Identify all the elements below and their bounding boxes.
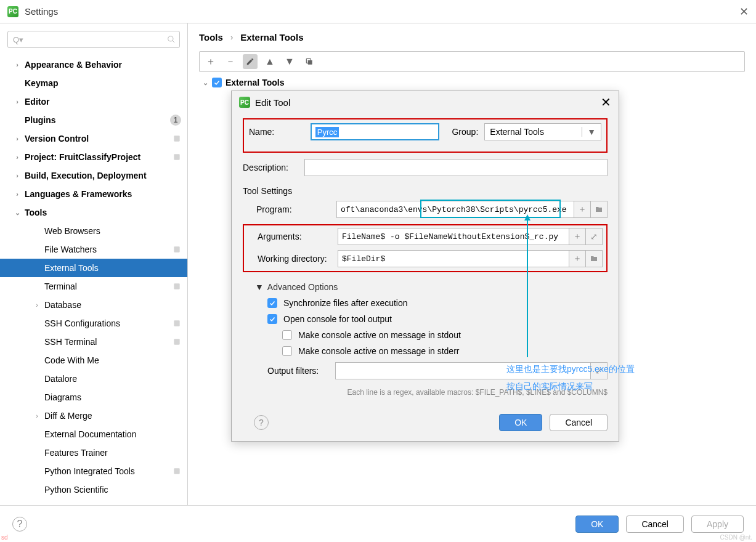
up-button[interactable]: ▲ bbox=[262, 54, 277, 69]
titlebar: PC Settings ✕ bbox=[0, 0, 756, 23]
sidebar-item-label: Diagrams bbox=[44, 392, 81, 402]
browse-folder-button[interactable] bbox=[585, 250, 603, 267]
copy-button[interactable] bbox=[302, 54, 317, 69]
dialog-ok-button[interactable]: OK bbox=[499, 414, 542, 431]
program-field[interactable] bbox=[336, 201, 574, 218]
sync-checkbox[interactable] bbox=[267, 298, 277, 308]
add-button[interactable]: ＋ bbox=[203, 54, 218, 69]
sidebar-item-version-control[interactable]: ›Version Control bbox=[0, 129, 187, 148]
sidebar-item-appearance-behavior[interactable]: ›Appearance & Behavior bbox=[0, 55, 187, 74]
sidebar-item-keymap[interactable]: Keymap bbox=[0, 74, 187, 92]
name-value: Pyrcc bbox=[315, 127, 339, 137]
sidebar-item-project-fruitclassifyproject[interactable]: ›Project: FruitClassifyProject bbox=[0, 148, 187, 166]
sidebar-item-build-execution-deployment[interactable]: ›Build, Execution, Deployment bbox=[0, 166, 187, 185]
sidebar-item-python-scientific[interactable]: Python Scientific bbox=[0, 480, 187, 499]
sidebar-item-features-trainer[interactable]: Features Trainer bbox=[0, 443, 187, 462]
chevron-icon: › bbox=[14, 153, 21, 161]
svg-rect-9 bbox=[308, 60, 312, 65]
sidebar-item-label: Python Integrated Tools bbox=[44, 466, 135, 476]
arguments-field[interactable] bbox=[338, 228, 569, 245]
breadcrumb-sep: › bbox=[230, 33, 233, 42]
sidebar-item-external-tools[interactable]: External Tools bbox=[0, 259, 187, 277]
group-label: Group: bbox=[452, 127, 478, 137]
chevron-icon: › bbox=[14, 61, 21, 68]
svg-rect-4 bbox=[174, 246, 179, 252]
svg-point-0 bbox=[168, 36, 173, 41]
svg-rect-3 bbox=[174, 154, 179, 160]
sidebar-item-tools[interactable]: ⌄Tools bbox=[0, 203, 187, 222]
sidebar-item-label: Tools bbox=[25, 208, 47, 217]
chevron-icon: › bbox=[33, 412, 41, 419]
sidebar-item-database[interactable]: ›Database bbox=[0, 296, 187, 314]
dialog-close-icon[interactable]: ✕ bbox=[601, 95, 611, 110]
insert-macro-button[interactable]: ＋ bbox=[569, 250, 586, 267]
window-title: Settings bbox=[25, 6, 58, 17]
chevron-icon: › bbox=[14, 135, 21, 142]
working-dir-field[interactable] bbox=[338, 250, 569, 267]
close-icon[interactable]: ✕ bbox=[739, 5, 749, 18]
advanced-options-toggle[interactable]: ▼ Advanced Options bbox=[243, 278, 608, 298]
sidebar-item-datalore[interactable]: Datalore bbox=[0, 370, 187, 388]
group-select[interactable]: External Tools ▼ bbox=[484, 123, 601, 140]
chevron-down-icon: ▼ bbox=[255, 282, 264, 292]
group-checkbox[interactable] bbox=[212, 78, 222, 87]
sidebar-item-label: Diff & Merge bbox=[44, 411, 92, 421]
browse-folder-button[interactable] bbox=[590, 201, 608, 218]
breadcrumb: Tools › External Tools bbox=[199, 32, 745, 42]
help-button[interactable]: ? bbox=[254, 415, 269, 430]
svg-rect-2 bbox=[174, 136, 179, 141]
expand-button[interactable]: ⤢ bbox=[585, 228, 603, 245]
scope-icon bbox=[173, 134, 181, 143]
down-button[interactable]: ▼ bbox=[282, 54, 297, 69]
search-input[interactable]: Q▾ bbox=[7, 31, 180, 48]
insert-macro-button[interactable]: ＋ bbox=[574, 201, 591, 218]
sidebar-item-web-browsers[interactable]: Web Browsers bbox=[0, 222, 187, 240]
tool-settings-heading: Tool Settings bbox=[243, 184, 608, 201]
external-tools-group[interactable]: ⌄ External Tools bbox=[203, 76, 745, 89]
dialog-cancel-button[interactable]: Cancel bbox=[550, 414, 608, 431]
sidebar-item-editor[interactable]: ›Editor bbox=[0, 92, 187, 111]
console-checkbox[interactable] bbox=[267, 314, 277, 324]
annotation-text: 这里也是主要找pyrcc5.exe的位置 按自己的实际情况来写 bbox=[506, 360, 635, 395]
sidebar-item-terminal[interactable]: Terminal bbox=[0, 277, 187, 296]
sidebar-item-external-documentation[interactable]: External Documentation bbox=[0, 425, 187, 443]
annotation-red-box-bottom: Arguments: ＋ ⤢ Working directory: ＋ bbox=[243, 224, 608, 272]
help-button[interactable]: ? bbox=[12, 517, 27, 532]
apply-button[interactable]: Apply bbox=[691, 516, 744, 533]
name-field[interactable]: Pyrcc bbox=[311, 123, 440, 140]
sidebar-item-label: Web Browsers bbox=[44, 226, 100, 236]
sidebar-item-ssh-terminal[interactable]: SSH Terminal bbox=[0, 333, 187, 351]
sidebar-item-python-integrated-tools[interactable]: Python Integrated Tools bbox=[0, 462, 187, 480]
sidebar-item-label: Terminal bbox=[44, 281, 77, 291]
cancel-button[interactable]: Cancel bbox=[626, 516, 684, 533]
sidebar-item-languages-frameworks[interactable]: ›Languages & Frameworks bbox=[0, 185, 187, 203]
settings-tree[interactable]: ›Appearance & BehaviorKeymap›EditorPlugi… bbox=[0, 55, 187, 505]
sidebar-item-label: File Watchers bbox=[44, 245, 97, 254]
stdout-checkbox[interactable] bbox=[282, 330, 292, 340]
sidebar-item-plugins[interactable]: Plugins1 bbox=[0, 111, 187, 129]
ok-button[interactable]: OK bbox=[575, 516, 619, 533]
edit-button[interactable] bbox=[243, 54, 258, 69]
breadcrumb-a[interactable]: Tools bbox=[199, 32, 223, 42]
sidebar-item-label: Editor bbox=[25, 97, 49, 107]
stderr-checkbox[interactable] bbox=[282, 346, 292, 356]
svg-line-1 bbox=[173, 41, 175, 43]
description-field[interactable] bbox=[304, 159, 608, 176]
insert-macro-button[interactable]: ＋ bbox=[569, 228, 586, 245]
program-label: Program: bbox=[256, 204, 336, 214]
filters-label: Output filters: bbox=[267, 366, 335, 376]
group-label: External Tools bbox=[226, 78, 284, 87]
pycharm-icon: PC bbox=[239, 97, 250, 108]
sidebar-item-ssh-configurations[interactable]: SSH Configurations bbox=[0, 314, 187, 333]
sync-label: Synchronize files after execution bbox=[283, 298, 408, 308]
sidebar-item-label: Features Trainer bbox=[44, 448, 108, 458]
sidebar-item-code-with-me[interactable]: Code With Me bbox=[0, 351, 187, 370]
bottom-bar: ? OK Cancel Apply bbox=[0, 505, 756, 542]
sidebar-item-diff-merge[interactable]: ›Diff & Merge bbox=[0, 407, 187, 425]
dialog-titlebar: PC Edit Tool ✕ bbox=[232, 91, 619, 113]
sidebar-item-diagrams[interactable]: Diagrams bbox=[0, 388, 187, 407]
chevron-down-icon: ⌄ bbox=[203, 79, 208, 87]
remove-button[interactable]: － bbox=[223, 54, 238, 69]
sidebar-item-file-watchers[interactable]: File Watchers bbox=[0, 240, 187, 259]
chevron-icon: › bbox=[14, 172, 21, 179]
